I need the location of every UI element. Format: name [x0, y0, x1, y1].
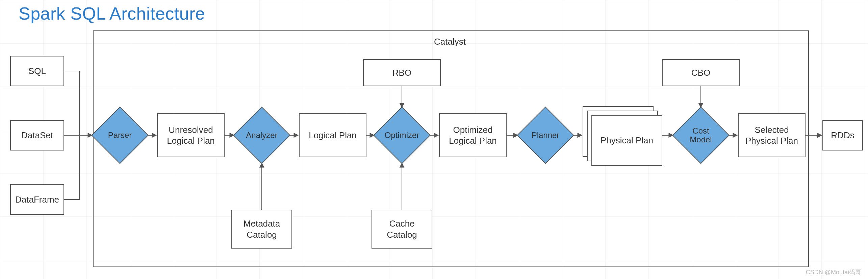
connectors	[0, 0, 868, 279]
watermark: CSDN @Moutai码哥	[806, 268, 861, 276]
